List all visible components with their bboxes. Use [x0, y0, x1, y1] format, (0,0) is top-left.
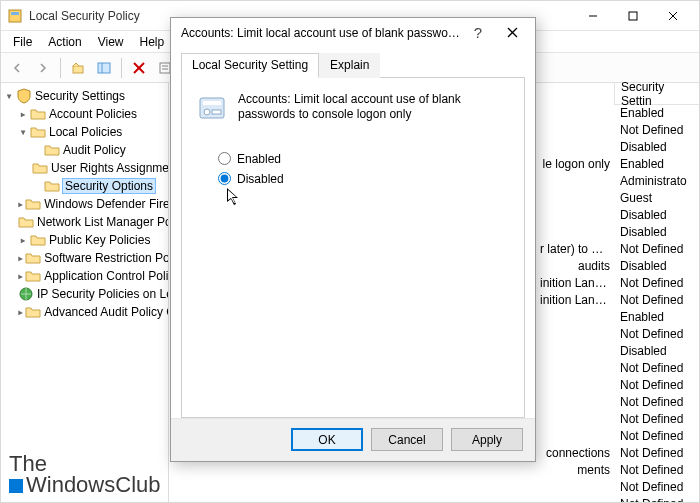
expander-icon[interactable]: ▸ [17, 269, 24, 283]
list-cell-fragment: ments [534, 462, 614, 479]
folder-icon [30, 124, 46, 140]
apply-button[interactable]: Apply [451, 428, 523, 451]
list-cell-fragment [534, 496, 614, 503]
tree-label: Network List Manager Policies [37, 215, 169, 229]
list-cell[interactable]: Not Defined [614, 445, 699, 462]
tree-pane[interactable]: ▾ Security Settings ▸Account Policies▾Lo… [1, 83, 169, 502]
list-cell[interactable]: Not Defined [614, 377, 699, 394]
tree-item[interactable]: ▸Public Key Policies [1, 231, 168, 249]
svg-rect-6 [73, 66, 83, 73]
watermark: The WindowsClub [9, 454, 161, 496]
close-button[interactable] [653, 2, 693, 30]
ok-button[interactable]: OK [291, 428, 363, 451]
cancel-button[interactable]: Cancel [371, 428, 443, 451]
list-cell[interactable]: Not Defined [614, 411, 699, 428]
list-cell[interactable]: Enabled [614, 105, 699, 122]
maximize-button[interactable] [613, 2, 653, 30]
expander-icon[interactable]: ▸ [17, 107, 29, 121]
list-cell-fragment: connections [534, 445, 614, 462]
list-cell-fragment [534, 479, 614, 496]
tree-item[interactable]: ▸Software Restriction Policies [1, 249, 168, 267]
radio-disabled-input[interactable] [218, 172, 231, 185]
list-cell[interactable]: Not Defined [614, 394, 699, 411]
minimize-button[interactable] [573, 2, 613, 30]
list-cell-fragment: le logon only [534, 156, 614, 173]
list-cell[interactable]: Disabled [614, 224, 699, 241]
menu-view[interactable]: View [90, 33, 132, 51]
list-cell-fragment: inition Langua... [534, 275, 614, 292]
svg-rect-18 [203, 101, 221, 105]
list-cell[interactable]: Not Defined [614, 122, 699, 139]
tab-strip: Local Security Setting Explain [181, 52, 525, 78]
tree-root[interactable]: ▾ Security Settings [1, 87, 168, 105]
column-header[interactable]: Security Settin [614, 83, 699, 105]
list-cell[interactable]: Not Defined [614, 326, 699, 343]
list-cell[interactable]: Disabled [614, 343, 699, 360]
expander-icon[interactable]: ▾ [17, 125, 29, 139]
tree-label: IP Security Policies on Local [37, 287, 169, 301]
delete-button[interactable] [127, 56, 151, 80]
properties-dialog: Accounts: Limit local account use of bla… [170, 17, 536, 462]
list-cell[interactable]: Not Defined [614, 479, 699, 496]
list-cell[interactable]: Administrato [614, 173, 699, 190]
tree-item[interactable]: Network List Manager Policies [1, 213, 168, 231]
list-cell-fragment [534, 224, 614, 241]
list-cell-fragment [534, 343, 614, 360]
app-window: Local Security Policy File Action View H… [0, 0, 700, 503]
tree-item[interactable]: Security Options [1, 177, 168, 195]
tree-item[interactable]: ▸Windows Defender Firewall [1, 195, 168, 213]
list-cell-fragment: inition Langua... [534, 292, 614, 309]
list-cell[interactable]: Not Defined [614, 496, 699, 502]
back-button [5, 56, 29, 80]
menu-file[interactable]: File [5, 33, 40, 51]
list-cell[interactable]: Not Defined [614, 292, 699, 309]
show-hide-tree-button[interactable] [92, 56, 116, 80]
list-cell-fragment [534, 428, 614, 445]
expander-icon[interactable]: ▾ [3, 89, 15, 103]
tab-local-security-setting[interactable]: Local Security Setting [181, 53, 319, 78]
radio-enabled-label: Enabled [237, 152, 281, 166]
tree-item[interactable]: IP Security Policies on Local [1, 285, 168, 303]
help-button[interactable]: ? [461, 19, 495, 47]
radio-disabled-label: Disabled [237, 172, 284, 186]
list-cell[interactable]: Disabled [614, 207, 699, 224]
tree-item[interactable]: Audit Policy [1, 141, 168, 159]
list-cell[interactable]: Disabled [614, 258, 699, 275]
radio-enabled[interactable]: Enabled [218, 152, 510, 166]
list-cell[interactable]: Not Defined [614, 462, 699, 479]
list-cell[interactable]: Not Defined [614, 360, 699, 377]
tab-explain[interactable]: Explain [319, 53, 380, 78]
list-cell[interactable]: Enabled [614, 309, 699, 326]
list-cell[interactable]: Not Defined [614, 241, 699, 258]
list-cell[interactable]: Enabled [614, 156, 699, 173]
tree-item[interactable]: ▸Advanced Audit Policy Configuration [1, 303, 168, 321]
expander-icon[interactable]: ▸ [17, 251, 24, 265]
list-cell-fragment [534, 139, 614, 156]
list-cell[interactable]: Disabled [614, 139, 699, 156]
tree-label: User Rights Assignment [51, 161, 169, 175]
list-cell[interactable]: Not Defined [614, 428, 699, 445]
radio-enabled-input[interactable] [218, 152, 231, 165]
menu-action[interactable]: Action [40, 33, 89, 51]
expander-icon[interactable]: ▸ [17, 197, 24, 211]
shield-icon [16, 88, 32, 104]
close-icon[interactable] [495, 19, 529, 47]
tree-item[interactable]: User Rights Assignment [1, 159, 168, 177]
menu-help[interactable]: Help [132, 33, 173, 51]
expander-icon[interactable]: ▸ [17, 233, 29, 247]
tree-label: Security Options [63, 179, 155, 193]
tree-label: Public Key Policies [49, 233, 150, 247]
list-cell[interactable]: Not Defined [614, 275, 699, 292]
tree-item[interactable]: ▾Local Policies [1, 123, 168, 141]
list-cell-fragment [534, 309, 614, 326]
list-cell-fragment [534, 105, 614, 122]
expander-icon[interactable]: ▸ [17, 305, 24, 319]
dialog-titlebar[interactable]: Accounts: Limit local account use of bla… [171, 18, 535, 48]
list-cell[interactable]: Guest [614, 190, 699, 207]
dialog-buttons: OK Cancel Apply [171, 418, 535, 461]
tree-item[interactable]: ▸Account Policies [1, 105, 168, 123]
up-button[interactable] [66, 56, 90, 80]
svg-rect-1 [11, 12, 19, 15]
tree-item[interactable]: ▸Application Control Policies [1, 267, 168, 285]
radio-disabled[interactable]: Disabled [218, 172, 510, 186]
